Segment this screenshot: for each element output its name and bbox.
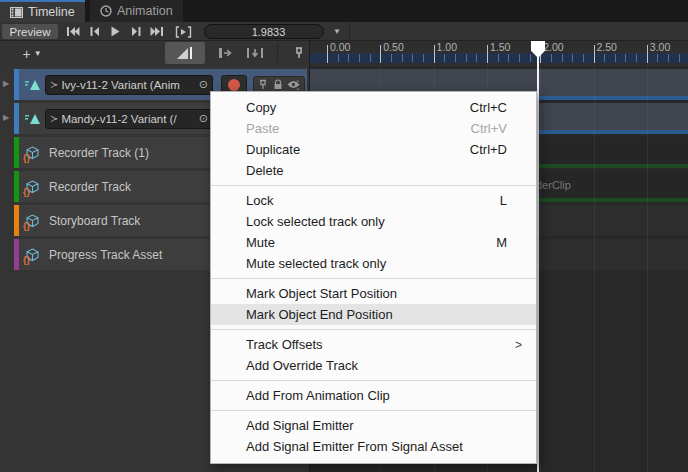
- ruler-minor-tick: [615, 54, 616, 62]
- menu-item-label: Add Signal Emitter From Signal Asset: [246, 439, 463, 454]
- gridline: [594, 66, 595, 472]
- menu-item-add-signal-emitter-from-signal-asset[interactable]: Add Signal Emitter From Signal Asset: [211, 436, 536, 457]
- ruler-minor-tick: [423, 54, 424, 62]
- time-ruler[interactable]: 0.000.501.001.502.002.503.00: [310, 41, 688, 66]
- go-to-end-button[interactable]: [147, 24, 167, 39]
- track-name-label: Recorder Track (1): [49, 146, 149, 160]
- lock-icon[interactable]: [273, 79, 283, 90]
- script-track-icon: {}: [25, 146, 40, 160]
- menu-item-label: Add From Animation Clip: [246, 388, 390, 403]
- menu-item-paste: PasteCtrl+V: [211, 118, 536, 139]
- menu-separator: [211, 406, 536, 415]
- menu-item-mark-object-start-position[interactable]: Mark Object Start Position: [211, 283, 536, 304]
- menu-separator: [211, 181, 536, 190]
- object-picker-icon[interactable]: ⊙: [199, 78, 208, 91]
- next-frame-button[interactable]: [126, 24, 146, 39]
- menu-item-label: Add Override Track: [246, 358, 358, 373]
- ruler-minor-tick: [444, 54, 445, 62]
- menu-item-mute[interactable]: MuteM: [211, 232, 536, 253]
- mix-mode-button[interactable]: [165, 42, 205, 64]
- menu-item-lock[interactable]: LockL: [211, 190, 536, 211]
- foldout-arrow[interactable]: ▶: [3, 113, 9, 122]
- ruler-tick-label: 0.00: [330, 41, 350, 53]
- replace-mode-button[interactable]: [240, 42, 270, 64]
- ruler-minor-tick: [583, 54, 584, 62]
- kebab-menu-icon[interactable]: ⋮: [292, 78, 304, 92]
- track-color-stripe: [14, 205, 19, 236]
- playhead-line[interactable]: [537, 41, 539, 472]
- menu-item-label: Mute selected track only: [246, 256, 386, 271]
- play-button[interactable]: [105, 24, 125, 39]
- braces-icon: {}: [23, 187, 30, 197]
- avatar-icon: ≻: [50, 79, 58, 90]
- track-name-label: Recorder Track: [49, 180, 131, 194]
- mix-mode-icon: [176, 46, 194, 60]
- menu-item-add-signal-emitter[interactable]: Add Signal Emitter: [211, 415, 536, 436]
- tab-timeline-label: Timeline: [28, 5, 75, 19]
- ruler-minor-tick: [370, 54, 371, 62]
- menu-item-mark-object-end-position[interactable]: Mark Object End Position: [211, 304, 536, 325]
- menu-item-add-from-animation-clip[interactable]: Add From Animation Clip: [211, 385, 536, 406]
- chevron-down-icon: ▼: [34, 49, 42, 58]
- menu-item-label: Track Offsets: [246, 337, 323, 352]
- ruler-minor-tick: [668, 54, 669, 62]
- play-icon: [110, 26, 120, 37]
- toolbar-divider: [349, 22, 350, 41]
- tab-animation-label: Animation: [117, 4, 173, 18]
- tab-animation[interactable]: Animation: [90, 0, 183, 22]
- menu-item-mute-selected-track-only[interactable]: Mute selected track only: [211, 253, 536, 274]
- ruler-major-tick: [380, 45, 381, 63]
- menu-item-add-override-track[interactable]: Add Override Track: [211, 355, 536, 376]
- previous-frame-button[interactable]: [84, 24, 104, 39]
- ruler-tick-label: 3.00: [650, 41, 670, 53]
- track-color-stripe: [14, 69, 19, 100]
- ruler-minor-tick: [530, 54, 531, 62]
- binding-object-name: Mandy-v11-2 Variant (/: [61, 113, 195, 125]
- play-range-button[interactable]: [172, 24, 194, 39]
- current-time-field[interactable]: 1.9833: [204, 24, 324, 39]
- pin-icon[interactable]: [258, 79, 268, 90]
- menu-item-track-offsets[interactable]: Track Offsets>: [211, 334, 536, 355]
- track-name-label: Storyboard Track: [49, 214, 140, 228]
- tab-timeline[interactable]: Timeline: [0, 0, 85, 22]
- menu-item-copy[interactable]: CopyCtrl+C: [211, 97, 536, 118]
- menu-separator: [211, 325, 536, 334]
- menu-item-lock-selected-track-only[interactable]: Lock selected track only: [211, 211, 536, 232]
- ruler-minor-tick: [657, 54, 658, 62]
- braces-icon: {}: [23, 221, 30, 231]
- toolbar: Preview 1.9833 ▼ Wind Test Timeline (Win…: [0, 22, 688, 41]
- chevron-down-icon[interactable]: ▼: [330, 24, 344, 39]
- track-color-stripe: [14, 137, 19, 168]
- object-picker-icon[interactable]: ⊙: [199, 112, 208, 125]
- script-track-icon: {}: [25, 180, 40, 194]
- ruler-minor-tick: [562, 54, 563, 62]
- breadcrumb[interactable]: Wind Test Timeline (Wind Test Timeline): [352, 22, 634, 41]
- ruler-tick-label: 2.00: [543, 41, 563, 53]
- animation-track-icon: [25, 112, 41, 125]
- menu-item-duplicate[interactable]: DuplicateCtrl+D: [211, 139, 536, 160]
- replace-mode-icon: [246, 47, 264, 59]
- track-binding-field[interactable]: ≻Mandy-v11-2 Variant (/⊙: [45, 109, 213, 129]
- add-track-button[interactable]: +▼: [14, 44, 50, 63]
- ruler-minor-tick: [625, 54, 626, 62]
- foldout-arrow[interactable]: ▶: [3, 79, 9, 88]
- ruler-minor-tick: [348, 54, 349, 62]
- film-icon: [10, 7, 23, 18]
- menu-item-delete[interactable]: Delete: [211, 160, 536, 181]
- ruler-tick-label: 2.50: [597, 41, 617, 53]
- play-range-icon: [175, 26, 192, 38]
- submenu-arrow-icon: >: [515, 338, 524, 352]
- track-binding-field[interactable]: ≻Ivy-v11-2 Variant (Anim⊙: [45, 75, 213, 95]
- menu-item-shortcut: Ctrl+V: [471, 121, 524, 136]
- step-back-icon: [89, 26, 100, 37]
- menu-item-label: Delete: [246, 163, 284, 178]
- gridline: [540, 66, 541, 472]
- ripple-mode-button[interactable]: [210, 42, 240, 64]
- preview-toggle-button[interactable]: Preview: [2, 24, 58, 39]
- menu-item-shortcut: Ctrl+C: [470, 100, 524, 115]
- script-track-icon: {}: [25, 214, 40, 228]
- menu-item-label: Paste: [246, 121, 279, 136]
- go-to-beginning-button[interactable]: [63, 24, 83, 39]
- record-dot-icon: [228, 79, 240, 91]
- ruler-minor-tick: [455, 54, 456, 62]
